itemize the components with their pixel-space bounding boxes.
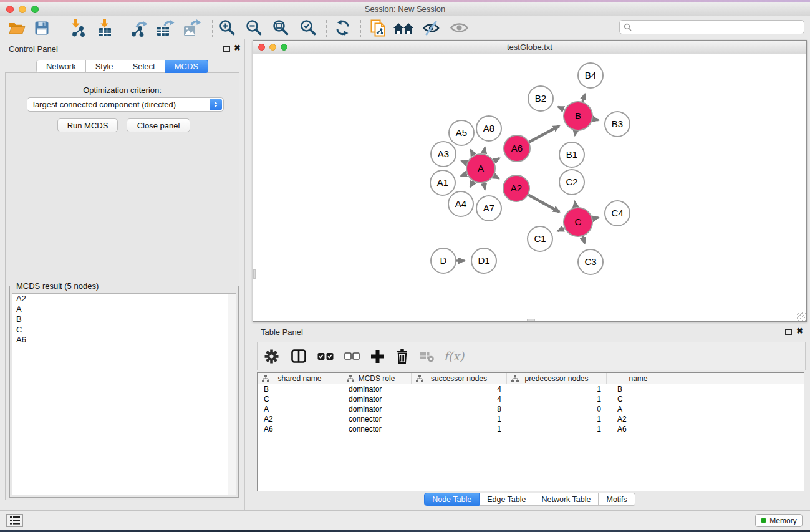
- import-table-button[interactable]: [94, 17, 117, 38]
- table-row[interactable]: Adominator80A: [258, 404, 804, 414]
- network-canvas[interactable]: B4B2BB3A8A5A6A3B1AA1C2A2A4A7C4CC1DD1C3: [253, 54, 806, 321]
- resize-grip-icon[interactable]: [797, 312, 806, 321]
- tab-style[interactable]: Style: [86, 60, 123, 73]
- table-cell: B: [258, 385, 342, 394]
- zoom-out-button[interactable]: [242, 17, 266, 38]
- table-panel-float-icon[interactable]: [785, 329, 792, 335]
- graph-edge-C-C2[interactable]: [575, 201, 576, 208]
- result-item[interactable]: C: [12, 325, 236, 336]
- tab-network[interactable]: Network: [36, 60, 86, 73]
- network-zoom-button[interactable]: [281, 44, 287, 51]
- close-panel-button[interactable]: Close panel: [127, 118, 190, 132]
- zoom-window-button[interactable]: [31, 6, 39, 13]
- show-graphics-details-button[interactable]: [447, 17, 471, 38]
- table-panel-close-icon[interactable]: ✖: [796, 326, 803, 336]
- show-columns-button[interactable]: [285, 346, 312, 367]
- run-mcds-button[interactable]: Run MCDS: [57, 118, 118, 132]
- optimization-criterion-select[interactable]: largest connected component (directed): [27, 97, 224, 112]
- graph-edge-A-A3[interactable]: [461, 161, 467, 163]
- network-vertical-scrollbar[interactable]: [253, 269, 256, 279]
- first-neighbors-button[interactable]: [392, 17, 415, 38]
- result-item[interactable]: A: [12, 304, 236, 315]
- import-network-button[interactable]: [66, 17, 90, 38]
- control-panel-close-icon[interactable]: ✖: [234, 43, 241, 52]
- delete-column-button[interactable]: [390, 346, 415, 367]
- result-list-scrollbar[interactable]: [228, 294, 236, 495]
- table-row[interactable]: Cdominator41C: [258, 394, 804, 404]
- graph-edge-C-C4[interactable]: [592, 218, 598, 219]
- result-item[interactable]: A2: [12, 294, 236, 304]
- network-window-title: testGlobe.txt: [253, 42, 806, 52]
- memory-button[interactable]: Memory: [755, 514, 803, 527]
- hide-graphics-details-button[interactable]: [419, 17, 443, 38]
- table-settings-button[interactable]: [258, 346, 285, 367]
- network-horizontal-scrollbar[interactable]: [527, 319, 535, 321]
- tab-mcds[interactable]: MCDS: [165, 60, 208, 73]
- clone-network-button[interactable]: [367, 17, 390, 38]
- export-network-button[interactable]: [127, 17, 151, 38]
- table-row[interactable]: Bdominator41B: [258, 384, 804, 394]
- graph-edge-B-B2[interactable]: [558, 107, 564, 110]
- graph-node-label-A2: A2: [511, 183, 522, 193]
- apply-layout-button[interactable]: [330, 17, 354, 38]
- network-window-titlebar[interactable]: testGlobe.txt: [253, 41, 806, 54]
- table-cell: dominator: [342, 395, 412, 404]
- zoom-fit-button[interactable]: [269, 17, 292, 38]
- select-all-rows-button[interactable]: [312, 346, 339, 367]
- tab-edge-table[interactable]: Edge Table: [480, 493, 534, 506]
- column-header-MCDS-role[interactable]: MCDS role: [342, 373, 412, 384]
- graph-edge-A6-B[interactable]: [529, 126, 559, 142]
- export-image-button[interactable]: [180, 17, 204, 38]
- search-field[interactable]: [619, 20, 804, 34]
- trash-icon: [395, 349, 410, 364]
- tab-motifs[interactable]: Motifs: [599, 493, 635, 506]
- graph-edge-A-A6[interactable]: [494, 158, 499, 161]
- control-panel-float-icon[interactable]: [223, 46, 230, 52]
- graph-edge-B-B4[interactable]: [582, 94, 585, 102]
- graph-edge-C-C3[interactable]: [582, 236, 585, 244]
- graph-edge-B-B1[interactable]: [575, 131, 576, 136]
- tab-node-table[interactable]: Node Table: [424, 493, 480, 506]
- graph-node-label-C1: C1: [534, 233, 546, 244]
- table-cell: B: [607, 385, 670, 394]
- column-header-successor-nodes[interactable]: successor nodes: [412, 373, 507, 384]
- result-item[interactable]: B: [12, 314, 236, 325]
- tab-network-table[interactable]: Network Table: [534, 493, 599, 506]
- graph-edge-A-A7[interactable]: [484, 183, 485, 190]
- desktop-wallpaper-bottom: [0, 530, 810, 532]
- table-cell: dominator: [342, 405, 412, 414]
- zoom-selected-button[interactable]: [296, 17, 320, 38]
- graph-edge-A-A2[interactable]: [494, 176, 499, 179]
- export-table-button[interactable]: [153, 17, 177, 38]
- graph-edge-A-A1[interactable]: [461, 173, 467, 176]
- graph-node-label-C2: C2: [566, 177, 577, 187]
- column-header-name[interactable]: name: [607, 373, 670, 384]
- tab-select[interactable]: Select: [123, 60, 165, 73]
- graph-edge-A-A8[interactable]: [484, 147, 485, 153]
- deselect-all-rows-button[interactable]: [339, 346, 365, 367]
- zoom-in-button[interactable]: [215, 17, 239, 38]
- mcds-result-list[interactable]: A2ABCA6: [12, 293, 236, 495]
- graph-node-label-A6: A6: [511, 143, 523, 153]
- graph-edge-B-B3[interactable]: [593, 119, 599, 120]
- network-minimize-button[interactable]: [269, 44, 276, 51]
- column-header-predecessor-nodes[interactable]: predecessor nodes: [507, 373, 607, 384]
- graph-edge-C-C1[interactable]: [557, 228, 564, 231]
- graph-edge-A-A5[interactable]: [471, 150, 474, 155]
- table-row[interactable]: A2connector11A2: [258, 414, 804, 424]
- open-session-button[interactable]: [5, 17, 29, 38]
- minimize-window-button[interactable]: [19, 6, 26, 13]
- search-input[interactable]: [632, 23, 804, 32]
- network-close-button[interactable]: [258, 44, 265, 51]
- result-item[interactable]: A6: [12, 335, 236, 346]
- export-network-icon: [130, 19, 148, 37]
- close-window-button[interactable]: [6, 6, 14, 13]
- graph-edge-A-A4[interactable]: [470, 181, 473, 187]
- table-row[interactable]: A6connector11A6: [258, 424, 804, 434]
- column-header-shared-name[interactable]: shared name: [258, 373, 342, 384]
- task-history-button[interactable]: [6, 514, 23, 527]
- mcds-result-group: MCDS result (5 nodes) A2ABCA6: [9, 286, 239, 498]
- graph-edge-A2-C[interactable]: [528, 195, 559, 212]
- save-session-button[interactable]: [30, 17, 54, 38]
- create-column-button[interactable]: [365, 346, 390, 367]
